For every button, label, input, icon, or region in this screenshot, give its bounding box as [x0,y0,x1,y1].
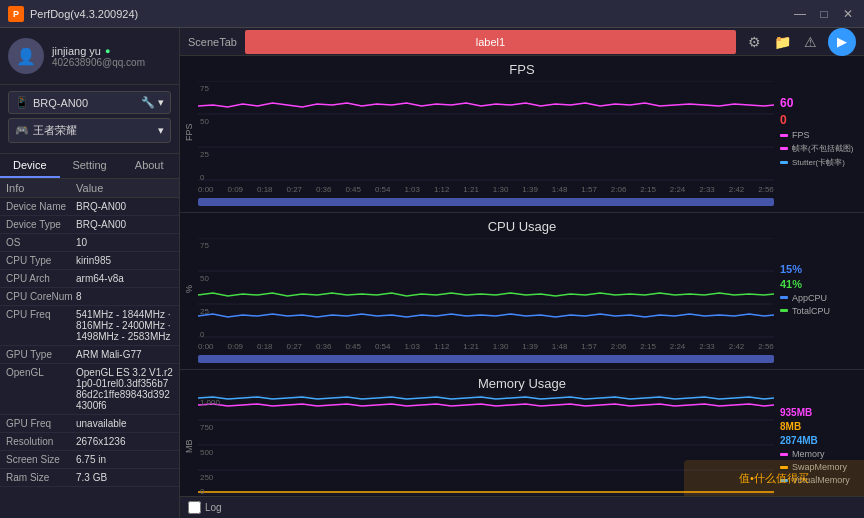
fps-chart-body: FPS 75 50 25 [180,81,864,183]
maximize-button[interactable]: □ [816,6,832,22]
row-key: CPU Freq [6,309,76,320]
game-select-button[interactable]: 🎮 王者荣耀 ▾ [8,118,171,143]
svg-text:1,000: 1,000 [200,398,220,407]
fps-svg: 75 50 25 0 [198,81,774,181]
log-checkbox-container[interactable]: Log [188,501,222,514]
row-val: 2676x1236 [76,436,126,447]
row-key: Device Name [6,201,76,212]
col-value: Value [76,182,103,194]
row-key: OpenGL [6,367,76,378]
device-name: BRQ-AN00 [33,97,88,109]
app-title: PerfDog(v4.3.200924) [30,8,792,20]
table-row: CPU Typekirin985 [0,252,179,270]
row-val: BRQ-AN00 [76,201,126,212]
svg-text:50: 50 [200,117,209,126]
minimize-button[interactable]: — [792,6,808,22]
app-icon: P [8,6,24,22]
cpu-legend-app: AppCPU [780,293,858,303]
total-cpu-dot [780,309,788,312]
cpu-svg-wrap: 75 50 25 0 [198,238,774,340]
stutter-dot [780,161,788,164]
row-key: GPU Type [6,349,76,360]
folder-icon[interactable]: 📁 [772,32,792,52]
table-row: OS10 [0,234,179,252]
table-row: Device TypeBRQ-AN00 [0,216,179,234]
user-section: 👤 jinjiang yu ● 402638906@qq.com [0,28,179,85]
row-key: CPU Type [6,255,76,266]
row-val: arm64-v8a [76,273,124,284]
svg-text:0: 0 [200,487,205,495]
fps-noscreenshot-dot [780,147,788,150]
play-button[interactable]: ▶ [828,28,856,56]
user-name: jinjiang yu ● [52,45,171,57]
svg-text:25: 25 [200,150,209,159]
row-val: 541MHz - 1844MHz · 816MHz - 2400MHz · 14… [76,309,173,342]
svg-text:25: 25 [200,307,209,316]
close-button[interactable]: ✕ [840,6,856,22]
label1-bar[interactable]: label1 [245,30,736,54]
cpu-legend: 15% 41% AppCPU TotalCPU [774,238,864,340]
scene-tab-label: SceneTab [188,36,237,48]
settings-icon[interactable]: ⚙ [744,32,764,52]
fps-stutter-value: 0 [780,113,858,127]
fps-chart-panel: FPS FPS 75 [180,56,864,213]
table-row: Device NameBRQ-AN00 [0,198,179,216]
charts-area[interactable]: FPS FPS 75 [180,56,864,496]
table-row: Resolution2676x1236 [0,433,179,451]
row-val: ARM Mali-G77 [76,349,142,360]
window-controls: — □ ✕ [792,6,856,22]
fps-scrollbar[interactable] [198,198,774,206]
memory-ylabel: MB [180,395,198,496]
fps-legend-stutter: Stutter(卡帧率) [780,157,858,168]
fps-dot [780,134,788,137]
fps-ylabel: FPS [180,81,198,183]
cpu-scrollbar-thumb[interactable] [198,355,774,363]
row-key: CPU CoreNum [6,291,76,302]
memory-dot [780,453,788,456]
watermark: 值•什么值得买 [684,460,864,496]
tab-device[interactable]: Device [0,154,60,178]
sidebar-tabs: Device Setting About [0,154,179,179]
fps-xaxis: 0:000:090:180:270:360:450:541:031:121:21… [180,183,774,196]
device-tools-icon: 🔧 ▾ [141,96,164,109]
tab-about[interactable]: About [119,154,179,178]
row-key: OS [6,237,76,248]
user-info: jinjiang yu ● 402638906@qq.com [52,45,171,68]
device-selector: 📱 BRQ-AN00 🔧 ▾ 🎮 王者荣耀 ▾ [0,85,179,154]
cpu-scrollbar[interactable] [198,355,774,363]
top-icons: ⚙ 📁 ⚠ ▶ [744,28,856,56]
table-row: Screen Size6.75 in [0,451,179,469]
cpu-chart-title: CPU Usage [180,219,864,234]
fps-svg-wrap: 75 50 25 0 [198,81,774,183]
fps-chart-title: FPS [180,62,864,77]
row-val: BRQ-AN00 [76,219,126,230]
device-table: Info Value Device NameBRQ-AN00Device Typ… [0,179,179,487]
table-row: Ram Size7.3 GB [0,469,179,487]
log-checkbox[interactable] [188,501,201,514]
user-email: 402638906@qq.com [52,57,171,68]
row-key: CPU Arch [6,273,76,284]
cpu-ylabel: % [180,238,198,340]
svg-text:250: 250 [200,473,214,482]
fps-legend-noscreenshot: 帧率(不包括截图) [780,143,858,154]
row-val: 6.75 in [76,454,106,465]
sidebar: 👤 jinjiang yu ● 402638906@qq.com 📱 BRQ-A… [0,28,180,518]
row-key: Screen Size [6,454,76,465]
device-icon: 📱 [15,96,29,109]
game-select-arrow: ▾ [158,124,164,137]
device-select-button[interactable]: 📱 BRQ-AN00 🔧 ▾ [8,91,171,114]
fps-value: 60 [780,96,858,110]
alert-icon[interactable]: ⚠ [800,32,820,52]
row-val: kirin985 [76,255,111,266]
fps-scrollbar-thumb[interactable] [198,198,774,206]
log-label: Log [205,502,222,513]
cpu-chart-body: % 75 50 25 [180,238,864,340]
device-table-scroll[interactable]: Info Value Device NameBRQ-AN00Device Typ… [0,179,179,518]
app-cpu-dot [780,296,788,299]
table-row: CPU CoreNum8 [0,288,179,306]
col-info: Info [6,182,76,194]
cpu-svg: 75 50 25 0 [198,238,774,338]
table-row: CPU Archarm64-v8a [0,270,179,288]
tab-setting[interactable]: Setting [60,154,120,178]
svg-text:0: 0 [200,330,205,338]
